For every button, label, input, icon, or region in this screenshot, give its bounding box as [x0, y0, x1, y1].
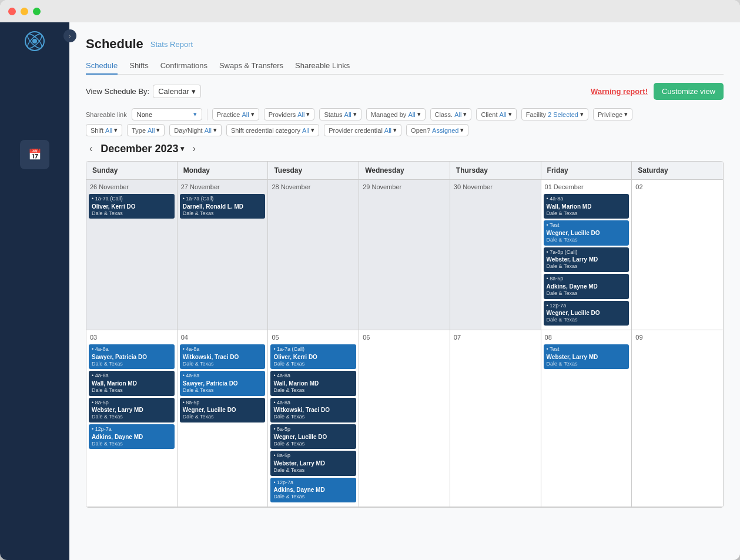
view-by-label: View Schedule By:	[86, 87, 149, 96]
filter-facility[interactable]: Facility 2 Selected ▾	[521, 108, 588, 120]
nav-tabs: Schedule Shifts Confirmations Swaps & Tr…	[86, 58, 724, 75]
view-bar: View Schedule By: Calendar ▾ Warning rep…	[86, 83, 724, 100]
shift-card[interactable]: • 4a-8a Wall, Marion MD Dale & Texas	[270, 371, 356, 395]
month-dropdown-arrow: ▾	[180, 145, 184, 153]
filter-providers[interactable]: Providers All ▾	[264, 108, 315, 120]
shift-card[interactable]: • 8a-5p Wegner, Lucille DO Dale & Texas	[180, 398, 266, 422]
shareable-link-label: Shareable link	[86, 111, 127, 118]
shift-card[interactable]: • 4a-8a Witkowski, Traci DO Dale & Texas	[180, 344, 266, 369]
shareable-link-section: Shareable link None ▾	[86, 108, 202, 120]
shift-card[interactable]: • Test Wegner, Lucille DO Dale & Texas	[544, 220, 629, 245]
calendar-dropdown[interactable]: Calendar ▾	[153, 85, 200, 98]
filter-type[interactable]: Type All ▾	[127, 124, 165, 136]
tab-confirmations[interactable]: Confirmations	[160, 58, 207, 75]
sidebar-collapse-button[interactable]: ›	[63, 29, 76, 42]
col-header-saturday: Saturday	[632, 162, 723, 180]
cal-cell-dec04[interactable]: 04 • 4a-8a Witkowski, Traci DO Dale & Te…	[178, 330, 269, 507]
filter-status[interactable]: Status All ▾	[319, 108, 361, 120]
filters-row-2: Shift All ▾ Type All ▾ Day/Night All ▾ S…	[86, 124, 724, 136]
traffic-lights	[8, 8, 41, 15]
shift-card[interactable]: • 4a-8a Sawyer, Patricia DO Dale & Texas	[180, 371, 266, 395]
cal-cell-nov27[interactable]: 27 November • 1a-7a (Call) Darnell, Rona…	[178, 180, 269, 330]
app-body: 📅 › Schedule Stats Report Schedule Shift…	[0, 22, 740, 560]
filter-privilege[interactable]: Privilege ▾	[593, 108, 632, 120]
shift-card[interactable]: • 1a-7a (Call) Oliver, Kerri DO Dale & T…	[89, 194, 175, 219]
shift-card[interactable]: • 8a-5p Adkins, Dayne MD Dale & Texas	[544, 274, 629, 299]
filter-provider-cred-chevron: ▾	[393, 126, 397, 134]
cal-cell-dec09[interactable]: 09	[632, 330, 723, 507]
prev-month-button[interactable]: ‹	[86, 142, 96, 155]
filter-managed-by[interactable]: Managed by All ▾	[366, 108, 426, 120]
filter-class[interactable]: Class. All ▾	[430, 108, 472, 120]
shift-card[interactable]: • 8a-5p Webster, Larry MD Dale & Texas	[89, 398, 175, 422]
cal-date-dec09: 09	[634, 333, 721, 342]
shift-card[interactable]: • 12p-7a Adkins, Dayne MD Dale & Texas	[89, 424, 175, 449]
filter-shift[interactable]: Shift All ▾	[86, 124, 122, 136]
filter-client[interactable]: Client All ▾	[476, 108, 516, 120]
cal-cell-dec01[interactable]: 01 December • 4a-8a Wall, Marion MD Dale…	[541, 180, 632, 330]
col-header-wednesday: Wednesday	[359, 162, 450, 180]
filter-divider-1	[207, 109, 207, 120]
col-header-monday: Monday	[178, 162, 269, 180]
cal-cell-dec03[interactable]: 03 • 4a-8a Sawyer, Patricia DO Dale & Te…	[86, 330, 178, 507]
tab-schedule[interactable]: Schedule	[86, 58, 118, 75]
shift-card[interactable]: • 12p-7a Adkins, Dayne MD Dale & Texas	[270, 478, 356, 502]
cal-cell-nov28[interactable]: 28 November	[268, 180, 359, 330]
filter-type-chevron: ▾	[156, 126, 160, 134]
filter-practice[interactable]: Practice All ▾	[212, 108, 259, 120]
filter-shift-credential[interactable]: Shift credential category All ▾	[226, 124, 319, 136]
shift-card[interactable]: • 4a-8a Sawyer, Patricia DO Dale & Texas	[89, 344, 175, 369]
cal-date-dec05: 05	[270, 333, 356, 342]
cal-cell-dec02[interactable]: 02	[632, 180, 723, 330]
tab-swaps-transfers[interactable]: Swaps & Transfers	[219, 58, 283, 75]
cal-date-nov29: 29 November	[361, 182, 447, 192]
cal-cell-nov29[interactable]: 29 November	[359, 180, 450, 330]
app-logo[interactable]	[23, 29, 46, 53]
sidebar: 📅	[0, 22, 69, 560]
shift-card[interactable]: • 4a-8a Wall, Marion MD Dale & Texas	[544, 194, 629, 219]
shareable-link-select[interactable]: None ▾	[132, 108, 202, 120]
next-month-button[interactable]: ›	[189, 142, 199, 155]
shift-card[interactable]: • 8a-5p Webster, Larry MD Dale & Texas	[270, 451, 356, 475]
cal-cell-dec07[interactable]: 07	[450, 330, 541, 507]
cal-cell-dec08[interactable]: 08 • Test Webster, Larry MD Dale & Texas	[541, 330, 632, 507]
filter-open[interactable]: Open? Assigned ▾	[406, 124, 468, 136]
shift-card[interactable]: • 12p-7a Wegner, Lucille DO Dale & Texas	[544, 301, 629, 326]
cal-cell-dec06[interactable]: 06	[359, 330, 450, 507]
filter-day-night-chevron: ▾	[213, 126, 217, 134]
shareable-link-value: None	[137, 111, 152, 118]
month-title[interactable]: December 2023 ▾	[101, 143, 184, 155]
shift-card[interactable]: • 1a-7a (Call) Darnell, Ronald L. MD Dal…	[180, 194, 266, 219]
tab-shifts[interactable]: Shifts	[129, 58, 149, 75]
filter-provider-credential[interactable]: Provider credential All ▾	[324, 124, 401, 136]
cal-date-dec07: 07	[453, 333, 538, 342]
customize-view-button[interactable]: Customize view	[654, 83, 724, 100]
tab-shareable-links[interactable]: Shareable Links	[295, 58, 350, 75]
cal-date-dec03: 03	[89, 333, 175, 342]
cal-cell-nov30[interactable]: 30 November	[450, 180, 541, 330]
cal-date-nov27: 27 November	[180, 182, 266, 192]
shift-card[interactable]: • 4a-8a Witkowski, Traci DO Dale & Texas	[270, 398, 356, 422]
close-button[interactable]	[8, 8, 16, 15]
shift-card[interactable]: • 8a-5p Wegner, Lucille DO Dale & Texas	[270, 424, 356, 449]
cal-date-dec04: 04	[180, 333, 266, 342]
filter-practice-chevron: ▾	[251, 110, 255, 118]
shift-card[interactable]: • 4a-8a Wall, Marion MD Dale & Texas	[89, 371, 175, 395]
minimize-button[interactable]	[21, 8, 28, 15]
filter-class-chevron: ▾	[463, 110, 467, 118]
month-nav-row: ‹ December 2023 ▾ ›	[86, 142, 724, 155]
cal-cell-dec05[interactable]: 05 • 1a-7a (Call) Oliver, Kerri DO Dale …	[268, 330, 359, 507]
filter-day-night[interactable]: Day/Night All ▾	[169, 124, 222, 136]
warning-report-link[interactable]: Warning report!	[591, 87, 648, 96]
cal-date-nov28: 28 November	[270, 182, 356, 192]
cal-date-nov26: 26 November	[89, 182, 175, 192]
cal-cell-nov26[interactable]: 26 November • 1a-7a (Call) Oliver, Kerri…	[86, 180, 178, 330]
calendar-nav-item[interactable]: 📅	[20, 140, 49, 169]
maximize-button[interactable]	[33, 8, 41, 15]
shift-card[interactable]: • 1a-7a (Call) Oliver, Kerri DO Dale & T…	[270, 344, 356, 369]
shift-card[interactable]: • Test Webster, Larry MD Dale & Texas	[544, 344, 629, 369]
stats-report-link[interactable]: Stats Report	[150, 40, 193, 49]
calendar-grid: Sunday Monday Tuesday Wednesday Thursday…	[86, 161, 724, 508]
svg-point-1	[32, 39, 37, 43]
shift-card[interactable]: • 7a-8p (Call) Webster, Larry MD Dale & …	[544, 247, 629, 272]
